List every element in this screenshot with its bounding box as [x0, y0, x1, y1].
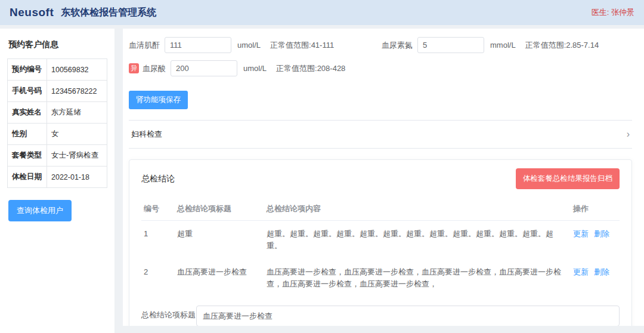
conclusion-title-row: 总检结论项标题: [141, 306, 620, 326]
column-header-id: 编号: [141, 198, 175, 221]
serum-creatinine-input[interactable]: [165, 37, 231, 53]
conclusion-title: 总检结论: [141, 174, 175, 184]
info-label: 性别: [8, 124, 47, 145]
row-title: 超重: [175, 221, 264, 260]
info-label: 套餐类型: [8, 145, 47, 166]
renal-save-button[interactable]: 肾功能项保存: [129, 91, 188, 109]
info-row: 性别 女: [8, 124, 107, 145]
row-id: 2: [141, 259, 175, 297]
info-value: 女士-肾病检查: [47, 145, 107, 166]
brand-logo: Neusoft: [10, 6, 54, 19]
update-link[interactable]: 更新: [573, 267, 589, 276]
column-header-title: 总检结论项标题: [175, 198, 264, 221]
info-label: 体检日期: [8, 166, 47, 188]
sidebar: 预约客户信息 预约编号 100569832 手机号码 12345678222 真…: [0, 29, 114, 333]
conclusion-table-header-row: 编号 总检结论项标题 总检结论项内容 操作: [141, 198, 620, 221]
update-link[interactable]: 更新: [573, 229, 589, 238]
row-content: 血压高要进一步检查，血压高要进一步检查，血压高要进一步检查，血压高要进一步检查，…: [264, 259, 571, 297]
field-unit: umol/L: [243, 64, 267, 73]
row-id: 1: [141, 221, 175, 260]
field-label: 血尿酸: [143, 63, 166, 74]
field-range: 正常值范围:2.85-7.14: [525, 40, 599, 51]
column-header-content: 总检结论项内容: [264, 198, 571, 221]
info-value: 东方延绪: [47, 102, 107, 124]
conclusion-title-input[interactable]: [196, 306, 620, 326]
info-value: 100569832: [47, 59, 107, 81]
row-content: 超重。超重。超重。超重。超重。超重。超重。超重。超重。超重。超重。超重。超重。: [264, 221, 571, 260]
delete-link[interactable]: 删除: [594, 267, 609, 276]
uric-acid-input[interactable]: [171, 60, 237, 76]
field-range: 正常值范围:208-428: [276, 63, 345, 74]
info-label: 预约编号: [8, 59, 47, 81]
info-row: 手机号码 12345678222: [8, 81, 107, 102]
field-label: 血清肌酐: [129, 40, 160, 51]
conclusion-table: 编号 总检结论项标题 总检结论项内容 操作 1 超重 超重。超重。超重。超重。超…: [141, 198, 620, 298]
chevron-right-icon: ›: [627, 130, 630, 139]
delete-link[interactable]: 删除: [594, 229, 609, 238]
table-row: 2 血压高要进一步检查 血压高要进一步检查，血压高要进一步检查，血压高要进一步检…: [141, 259, 620, 297]
info-row: 套餐类型 女士-肾病检查: [8, 145, 107, 166]
doctor-label: 医生: 张仲景: [592, 7, 634, 18]
row-actions: 更新删除: [571, 221, 620, 260]
info-label: 手机号码: [8, 81, 47, 102]
main-content: 血清肌酐 umol/L 正常值范围:41-111 血尿素氮 mmol/L 正常值…: [123, 29, 644, 326]
table-row: 1 超重 超重。超重。超重。超重。超重。超重。超重。超重。超重。超重。超重。超重…: [141, 221, 620, 260]
info-value: 2022-01-18: [47, 166, 107, 188]
abnormal-badge: 异: [129, 63, 139, 73]
info-row: 真实姓名 东方延绪: [8, 102, 107, 124]
exam-field-row: 异 血尿酸 umol/L 正常值范围:208-428: [129, 60, 632, 76]
serum-creatinine-field: 血清肌酐 umol/L 正常值范围:41-111: [129, 37, 382, 53]
row-title: 血压高要进一步检查: [175, 259, 264, 297]
app-header: Neusoft 东软体检报告管理系统 医生: 张仲景: [0, 0, 644, 25]
info-row: 体检日期 2022-01-18: [8, 166, 107, 188]
conclusion-title-label: 总检结论项标题: [141, 306, 196, 320]
customer-info-table: 预约编号 100569832 手机号码 12345678222 真实姓名 东方延…: [7, 58, 107, 188]
row-actions: 更新删除: [571, 259, 620, 297]
sidebar-title: 预约客户信息: [8, 39, 107, 50]
column-header-actions: 操作: [571, 198, 620, 221]
field-range: 正常值范围:41-111: [270, 40, 334, 51]
conclusion-card: 总检结论 体检套餐总检结果报告归档 编号 总检结论项标题 总检结论项内容 操作 …: [129, 159, 632, 326]
field-label: 血尿素氮: [382, 40, 413, 51]
blood-urea-nitrogen-input[interactable]: [417, 37, 484, 53]
blood-urea-nitrogen-field: 血尿素氮 mmol/L 正常值范围:2.85-7.14: [382, 37, 599, 53]
info-value: 女: [47, 124, 107, 145]
info-label: 真实姓名: [8, 102, 47, 124]
field-unit: umol/L: [237, 41, 261, 50]
main-layout: 预约客户信息 预约编号 100569832 手机号码 12345678222 真…: [0, 25, 644, 333]
gynecology-title: 妇科检查: [131, 129, 162, 140]
gynecology-section-header[interactable]: 妇科检查 ›: [129, 121, 632, 149]
app-title: 东软体检报告管理系统: [61, 7, 156, 19]
info-value: 12345678222: [47, 81, 107, 102]
field-unit: mmol/L: [490, 41, 516, 50]
archive-button[interactable]: 体检套餐总检结果报告归档: [516, 168, 620, 189]
conclusion-card-header: 总检结论 体检套餐总检结果报告归档: [141, 168, 620, 189]
info-row: 预约编号 100569832: [8, 59, 107, 81]
query-user-button[interactable]: 查询体检用户: [8, 200, 72, 221]
uric-acid-field: 异 血尿酸 umol/L 正常值范围:208-428: [129, 60, 345, 76]
exam-field-row: 血清肌酐 umol/L 正常值范围:41-111 血尿素氮 mmol/L 正常值…: [129, 37, 632, 53]
